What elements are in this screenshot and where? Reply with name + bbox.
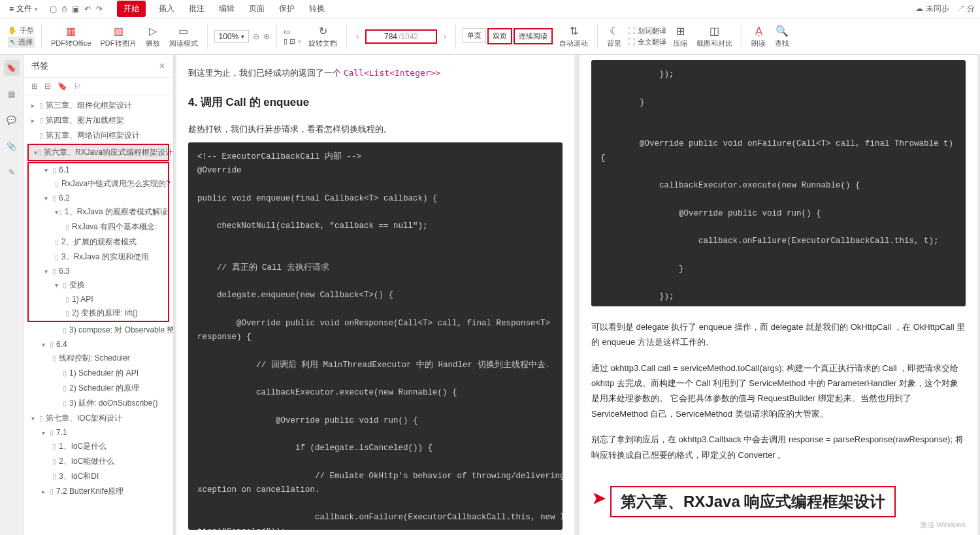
windows-watermark: 激活 Windows: [591, 520, 966, 530]
save-icon[interactable]: ▣: [72, 5, 79, 14]
sync-status[interactable]: ☁ 未同步: [915, 3, 949, 14]
menu-bar: ≡ 文件 ▾ ▢ ⎙ ▣ ↶ ↷ 开始 插入 批注 编辑 页面 保护 转换 ☁ …: [0, 0, 980, 18]
bookmark-rail[interactable]: 🔖: [4, 60, 20, 76]
undo-icon[interactable]: ↶: [84, 5, 91, 14]
word-translate[interactable]: ⛶划词翻译: [628, 26, 666, 36]
camera-icon: ◫: [710, 24, 719, 37]
tree-61-1[interactable]: ▯RxJava中链式调用怎么实现的?: [29, 176, 168, 191]
chapter-title-row: ➤ 第六章、RXJava 响应式编程框架设计: [591, 478, 966, 517]
tree-71-1[interactable]: ▯1、IoC是什么: [26, 439, 171, 454]
zoom-in-icon[interactable]: ⊕: [263, 32, 270, 41]
read-mode[interactable]: ▭阅读模式: [167, 24, 201, 48]
tree-62-1-1[interactable]: ▯RxJava 有四个基本概念:: [29, 219, 168, 235]
next-page[interactable]: ›: [441, 32, 449, 41]
tree-64-1-2[interactable]: ▯2) Scheduler 的原理: [26, 381, 171, 396]
tree-63[interactable]: ▾▯6.3: [29, 265, 168, 278]
fit-page[interactable]: ▯ ⊡ ○: [284, 37, 302, 46]
pdf-to-image[interactable]: ▨PDF转图片: [98, 24, 139, 48]
page-left: 到这里为止，我们已经成功的返回了一个 Call<List<Integer>> 4…: [176, 55, 574, 535]
tree-64-1-3[interactable]: ▯3) 延伸: doOnSubscribe(): [26, 396, 171, 411]
file-menu[interactable]: ≡ 文件 ▾: [5, 2, 42, 16]
tree-71[interactable]: ▾▯7.1: [26, 426, 171, 439]
background-tool[interactable]: ☾背景: [604, 24, 624, 48]
tree-63-1[interactable]: ▾▯变换: [29, 278, 168, 293]
hand-tool[interactable]: ✋手型: [8, 25, 35, 35]
tab-protect[interactable]: 保护: [278, 1, 296, 17]
tree-62-2[interactable]: ▯2、扩展的观察者模式: [29, 235, 168, 250]
compress-tool[interactable]: ⊞压缩: [670, 24, 690, 48]
pdf-image-icon: ▨: [114, 24, 123, 37]
zoom-level[interactable]: 100%▾: [214, 30, 250, 43]
tree-71-3[interactable]: ▯3、IoC和DI: [26, 469, 171, 484]
tree-63-1-2[interactable]: ▯2) 变换的原理: lift(): [29, 306, 168, 321]
zoom-out-icon[interactable]: ⊖: [253, 32, 259, 41]
tree-62-3[interactable]: ▯3、RxJava 的实现和使用: [29, 250, 168, 265]
play-button[interactable]: ▷播放: [143, 24, 163, 48]
tree-63-1-1[interactable]: ▯1) API: [29, 293, 168, 306]
expand-all-icon[interactable]: ⊞: [31, 82, 38, 91]
single-page-view[interactable]: 单页: [463, 28, 486, 43]
double-page-view[interactable]: 双页: [487, 28, 512, 44]
tab-edit[interactable]: 编辑: [218, 1, 236, 17]
comment-rail[interactable]: 💬: [4, 112, 20, 128]
page-current: 784: [384, 32, 397, 41]
thumbnail-rail[interactable]: ▦: [4, 86, 20, 102]
auto-scroll[interactable]: ⇅自动滚动: [557, 24, 591, 48]
translate-icon: ⛶: [628, 27, 635, 35]
find-tool[interactable]: 🔍查找: [772, 24, 792, 48]
rotate-doc[interactable]: ↻旋转文档: [306, 24, 340, 48]
tab-page[interactable]: 页面: [248, 1, 266, 17]
tree-72[interactable]: ▸▯7.2 ButterKnife原理: [26, 484, 171, 499]
prev-page[interactable]: ‹: [353, 32, 361, 41]
full-translate[interactable]: ⛶全文翻译: [628, 37, 666, 47]
tree-ch3[interactable]: ▸▯第三章、组件化框架设计: [26, 98, 171, 113]
play-icon: ▷: [149, 24, 157, 37]
redo-icon[interactable]: ↷: [96, 5, 103, 14]
scroll-icon: ⇅: [570, 24, 578, 37]
translate-all-icon: ⛶: [628, 38, 635, 46]
chapter-title: 第六章、RXJava 响应式编程框架设计: [610, 486, 896, 517]
page-number-input[interactable]: 784 /1042: [365, 29, 437, 44]
tree-ch7[interactable]: ▾▯第七章、IOC架构设计: [26, 411, 171, 426]
tree-62-1[interactable]: ▾▯1、RxJava 的观察者模式解读: [29, 204, 168, 219]
tree-64[interactable]: ▾▯6.4: [26, 338, 171, 351]
tree-64-1[interactable]: ▯线程控制: Scheduler: [26, 351, 171, 366]
code-block-2: }); } @Override public void onFailure(Ca…: [591, 60, 966, 306]
compress-icon: ⊞: [676, 24, 685, 37]
bookmark-icon[interactable]: ⚐: [74, 82, 81, 91]
fit-width[interactable]: ▭: [284, 27, 302, 36]
add-bookmark-icon[interactable]: 🔖: [57, 82, 67, 91]
edit-rail[interactable]: ✎: [4, 165, 20, 180]
tab-start[interactable]: 开始: [117, 1, 146, 17]
share-button[interactable]: ↗ 分: [957, 3, 975, 14]
tree-ch5[interactable]: ▯第五章、网络访问框架设计: [26, 128, 171, 143]
document-area[interactable]: 到这里为止，我们已经成功的返回了一个 Call<List<Integer>> 4…: [174, 55, 980, 535]
hamburger-icon: ≡: [9, 5, 14, 14]
tab-convert[interactable]: 转换: [308, 1, 326, 17]
tree-64-1-1[interactable]: ▯1) Scheduler 的 API: [26, 366, 171, 381]
doc-para4: 别忘了拿到响应后，在 okhttp3.Callback 中会去调用 respon…: [591, 432, 966, 462]
tree-ch6[interactable]: ▾▯第六章、RXJava响应式编程框架设计: [29, 145, 168, 160]
open-icon[interactable]: ▢: [50, 5, 57, 14]
tree-61[interactable]: ▾▯6.1: [29, 163, 168, 176]
read-aloud[interactable]: Ạ朗读: [749, 24, 768, 48]
pdf-office-icon: ▦: [66, 24, 76, 37]
bookmark-tree: ▸▯第三章、组件化框架设计 ▸▯第四章、图片加载框架 ▯第五章、网络访问框架设计…: [24, 95, 173, 535]
tree-62[interactable]: ▾▯6.2: [29, 191, 168, 204]
screenshot-tool[interactable]: ◫截图和对比: [694, 24, 735, 48]
tab-annotate[interactable]: 批注: [188, 1, 206, 17]
tree-71-2[interactable]: ▯2、IoC能做什么: [26, 454, 171, 469]
chevron-down-icon: ▾: [35, 6, 38, 12]
code-block-1: <!-- ExecutorCallbackCall 内部 --> @Overri…: [188, 142, 563, 530]
print-icon[interactable]: ⎙: [62, 5, 67, 14]
attachment-rail[interactable]: 📎: [4, 138, 20, 154]
pdf-to-office[interactable]: ▦PDF转Office: [48, 24, 94, 48]
continuous-view[interactable]: 连续阅读: [514, 28, 553, 44]
tree-ch4[interactable]: ▸▯第四章、图片加载框架: [26, 113, 171, 128]
doc-heading: 4. 调用 Call 的 enqueue: [188, 95, 563, 110]
select-tool[interactable]: ↖选择: [8, 37, 35, 48]
tree-63-1-3[interactable]: ▯3) compose: 对 Observable 整体的变换: [26, 323, 171, 338]
collapse-all-icon[interactable]: ⊟: [44, 82, 51, 91]
tab-insert[interactable]: 插入: [157, 1, 176, 17]
close-icon[interactable]: ✕: [159, 61, 165, 71]
